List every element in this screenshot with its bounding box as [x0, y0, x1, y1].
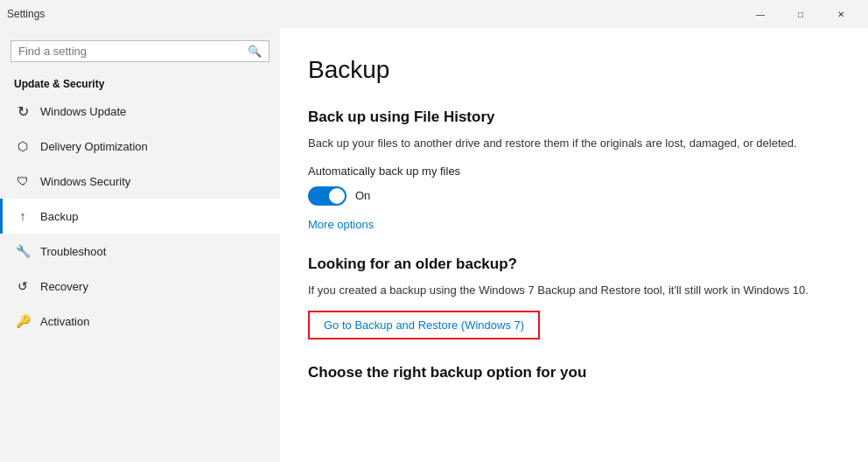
maximize-button[interactable]: □	[780, 0, 821, 28]
page-title: Backup	[308, 56, 826, 84]
file-history-desc: Back up your files to another drive and …	[308, 135, 826, 152]
sidebar-item-backup[interactable]: ↑ Backup	[0, 199, 280, 234]
backup-icon: ↑	[14, 207, 32, 225]
sidebar-label-windows-security: Windows Security	[40, 175, 130, 188]
search-input[interactable]	[18, 45, 248, 58]
older-backup-desc: If you created a backup using the Window…	[308, 282, 826, 299]
windows-update-icon: ↻	[14, 102, 32, 120]
sidebar-section-label: Update & Security	[0, 73, 280, 94]
troubleshoot-icon: 🔧	[14, 242, 32, 260]
older-backup-heading: Looking for an older backup?	[308, 256, 826, 273]
sidebar-label-activation: Activation	[40, 315, 89, 328]
delivery-optimization-icon: ⬡	[14, 137, 32, 155]
app-title: Settings	[7, 8, 45, 20]
choose-heading: Choose the right backup option for you	[308, 364, 826, 382]
file-history-heading: Back up using File History	[308, 108, 826, 126]
sidebar-item-delivery-optimization[interactable]: ⬡ Delivery Optimization	[0, 129, 280, 164]
sidebar-label-backup: Backup	[40, 210, 78, 223]
sidebar-label-troubleshoot: Troubleshoot	[40, 245, 106, 258]
recovery-icon: ↺	[14, 277, 32, 295]
sidebar-label-recovery: Recovery	[40, 280, 88, 293]
windows-security-icon: 🛡	[14, 172, 32, 190]
toggle-row: On	[308, 186, 826, 206]
toggle-on-label: On	[355, 189, 370, 202]
sidebar-item-activation[interactable]: 🔑 Activation	[0, 304, 280, 339]
more-options-link[interactable]: More options	[308, 218, 374, 231]
search-icon: 🔍	[248, 45, 262, 58]
minimize-button[interactable]: —	[740, 0, 780, 28]
toggle-label: Automatically back up my files	[308, 164, 826, 178]
toggle-knob	[329, 188, 345, 204]
restore-button[interactable]: Go to Backup and Restore (Windows 7)	[308, 311, 540, 340]
close-button[interactable]: ✕	[821, 0, 861, 28]
sidebar-label-delivery-optimization: Delivery Optimization	[40, 140, 148, 153]
content-area: Backup Back up using File History Back u…	[280, 28, 868, 462]
activation-icon: 🔑	[14, 312, 32, 330]
sidebar: 🔍 Update & Security ↻ Windows Update ⬡ D…	[0, 28, 280, 462]
main-container: 🔍 Update & Security ↻ Windows Update ⬡ D…	[0, 28, 868, 462]
sidebar-item-troubleshoot[interactable]: 🔧 Troubleshoot	[0, 234, 280, 269]
sidebar-item-recovery[interactable]: ↺ Recovery	[0, 269, 280, 304]
search-box[interactable]: 🔍	[10, 40, 270, 62]
window-controls: — □ ✕	[740, 0, 861, 28]
sidebar-item-windows-security[interactable]: 🛡 Windows Security	[0, 164, 280, 199]
auto-backup-toggle[interactable]	[308, 186, 346, 206]
title-bar: Settings — □ ✕	[0, 0, 868, 28]
sidebar-label-windows-update: Windows Update	[40, 105, 126, 118]
sidebar-item-windows-update[interactable]: ↻ Windows Update	[0, 94, 280, 129]
